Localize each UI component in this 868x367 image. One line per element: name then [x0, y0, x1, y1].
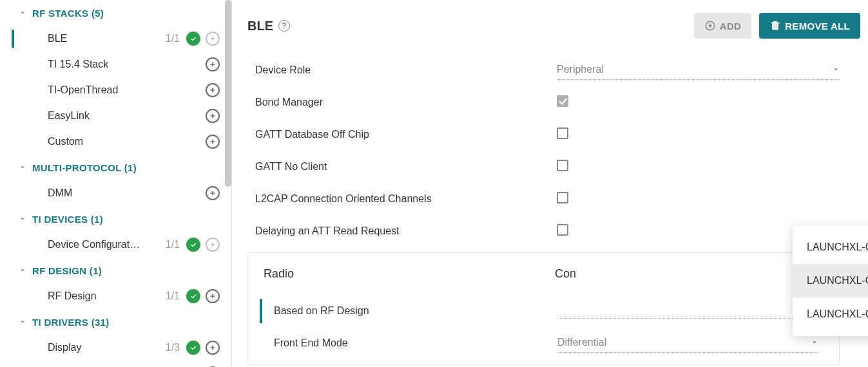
- chevron-down-icon: [17, 267, 28, 274]
- form-label: Delaying an ATT Read Request: [247, 225, 557, 237]
- select-based on rf design[interactable]: [557, 304, 818, 319]
- add-item-icon[interactable]: [206, 57, 220, 71]
- chevron-down-icon: [17, 215, 28, 223]
- title-text: BLE: [247, 19, 273, 33]
- select-value: Peripheral: [557, 64, 604, 75]
- sidebar-item[interactable]: EasyLink: [0, 103, 231, 129]
- help-icon[interactable]: ?: [278, 20, 290, 32]
- form-label: Based on RF Design: [260, 305, 557, 317]
- sidebar-item[interactable]: BLE1/1: [0, 26, 231, 52]
- sidebar-item-count: 1/1: [166, 33, 180, 44]
- dropdown-option[interactable]: LAUNCHXL-CC1352P-2: [793, 264, 868, 297]
- sidebar-item-label: RF Design: [48, 290, 166, 302]
- remove-button-label: REMOVE ALL: [785, 21, 850, 32]
- select-device role[interactable]: Peripheral: [557, 61, 840, 80]
- form-row: L2CAP Connection Oriented Channels: [247, 183, 860, 215]
- form-label: GATT Database Off Chip: [247, 129, 557, 140]
- svg-rect-25: [776, 24, 776, 28]
- add-item-icon[interactable]: [206, 109, 220, 123]
- svg-rect-26: [774, 21, 777, 23]
- sidebar-item[interactable]: ADC: [0, 361, 231, 367]
- radio-section: Radio Con Based on RF DesignFront End Mo…: [247, 252, 840, 365]
- sidebar-item-label: Custom: [48, 136, 206, 147]
- add-button-label: ADD: [720, 21, 741, 32]
- sidebar-category[interactable]: MULTI-PROTOCOL (1): [0, 155, 231, 180]
- svg-rect-24: [774, 24, 775, 28]
- sidebar-item-label: TI 15.4 Stack: [48, 59, 206, 70]
- checkbox-bond manager: [557, 95, 568, 107]
- checkbox-l2cap connection oriented channels[interactable]: [557, 192, 568, 203]
- sidebar: RF STACKS (5)BLE1/1TI 15.4 StackTI-OpenT…: [0, 0, 232, 367]
- sidebar-category[interactable]: TI DRIVERS (31): [0, 309, 231, 335]
- sidebar-item-label: DMM: [48, 187, 206, 199]
- add-item-icon[interactable]: [206, 186, 220, 200]
- sidebar-item[interactable]: Custom: [0, 129, 231, 155]
- svg-rect-23: [773, 23, 778, 30]
- add-item-icon: [206, 32, 220, 46]
- trash-icon: [769, 20, 781, 32]
- sidebar-category[interactable]: TI DEVICES (1): [0, 206, 231, 232]
- add-item-icon[interactable]: [206, 289, 220, 303]
- chevron-down-icon: [17, 9, 28, 17]
- form-label: GATT No Client: [247, 161, 557, 173]
- sidebar-item[interactable]: Device Configurat…1/1: [0, 232, 231, 258]
- category-label: RF STACKS (5): [32, 8, 104, 19]
- add-item-icon[interactable]: [206, 135, 220, 149]
- sidebar-item[interactable]: RF Design1/1: [0, 283, 231, 309]
- dropdown-option[interactable]: LAUNCHXL-CC1352P-4: [793, 297, 868, 331]
- scrollbar-track: [225, 0, 231, 367]
- dropdown-option[interactable]: LAUNCHXL-CC1352P1: [793, 231, 868, 264]
- add-button: ADD: [694, 13, 751, 39]
- chevron-down-icon: [17, 318, 28, 326]
- sidebar-item-label: Device Configurat…: [48, 239, 166, 250]
- check-icon: [186, 32, 200, 46]
- check-icon: [186, 341, 200, 355]
- section-title-right: Con: [555, 267, 824, 281]
- rf-design-dropdown[interactable]: LAUNCHXL-CC1352P1LAUNCHXL-CC1352P-2LAUNC…: [793, 225, 868, 336]
- check-icon: [186, 238, 200, 252]
- select-value: Differential: [557, 337, 606, 348]
- section-title-left: Radio: [264, 267, 555, 281]
- sidebar-category[interactable]: RF STACKS (5): [0, 0, 231, 26]
- category-label: MULTI-PROTOCOL (1): [32, 162, 137, 173]
- add-item-icon: [206, 238, 220, 252]
- sidebar-item[interactable]: TI 15.4 Stack: [0, 52, 231, 77]
- section-row: Front End ModeDifferential: [248, 327, 839, 359]
- sidebar-item-count: 1/1: [166, 239, 180, 250]
- check-icon: [186, 289, 200, 303]
- category-label: RF DESIGN (1): [32, 265, 102, 276]
- checkbox-gatt database off chip[interactable]: [557, 127, 568, 139]
- form-row: GATT No Client: [247, 151, 860, 183]
- category-label: TI DEVICES (1): [32, 214, 103, 225]
- form-row: GATT Database Off Chip: [247, 118, 860, 151]
- form-label: L2CAP Connection Oriented Channels: [247, 193, 557, 205]
- form-label: Front End Mode: [260, 337, 557, 349]
- page-title: BLE ?: [247, 19, 290, 33]
- checkbox-gatt no client[interactable]: [557, 160, 568, 171]
- form-row: Delaying an ATT Read Request: [247, 215, 860, 247]
- form-label: Bond Manager: [247, 97, 557, 108]
- select-front end mode[interactable]: Differential: [557, 334, 818, 353]
- scrollbar-thumb[interactable]: [225, 0, 231, 187]
- section-row: Based on RF Design: [248, 295, 839, 327]
- form-row: Bond Manager: [247, 86, 860, 118]
- main-panel: BLE ? ADD REMOVE ALL Device RolePeripher…: [232, 0, 868, 367]
- sidebar-item-label: EasyLink: [48, 110, 206, 122]
- form-label: Device Role: [247, 64, 557, 76]
- add-item-icon[interactable]: [206, 83, 220, 97]
- sidebar-item-count: 1/3: [166, 342, 180, 353]
- checkbox-delaying an att read request[interactable]: [557, 224, 568, 236]
- form-row: Device RolePeripheral: [247, 54, 860, 86]
- sidebar-category[interactable]: RF DESIGN (1): [0, 258, 231, 283]
- sidebar-item-label: BLE: [48, 33, 166, 44]
- chevron-down-icon: [17, 164, 28, 171]
- sidebar-item[interactable]: Display1/3: [0, 335, 231, 361]
- add-item-icon[interactable]: [206, 341, 220, 355]
- sidebar-item-label: Display: [48, 342, 166, 353]
- sidebar-item[interactable]: TI-OpenThread: [0, 77, 231, 103]
- sidebar-item[interactable]: DMM: [0, 180, 231, 206]
- remove-all-button[interactable]: REMOVE ALL: [759, 13, 860, 39]
- sidebar-item-count: 1/1: [166, 290, 180, 302]
- plus-circle-icon: [704, 20, 716, 32]
- category-label: TI DRIVERS (31): [32, 317, 110, 328]
